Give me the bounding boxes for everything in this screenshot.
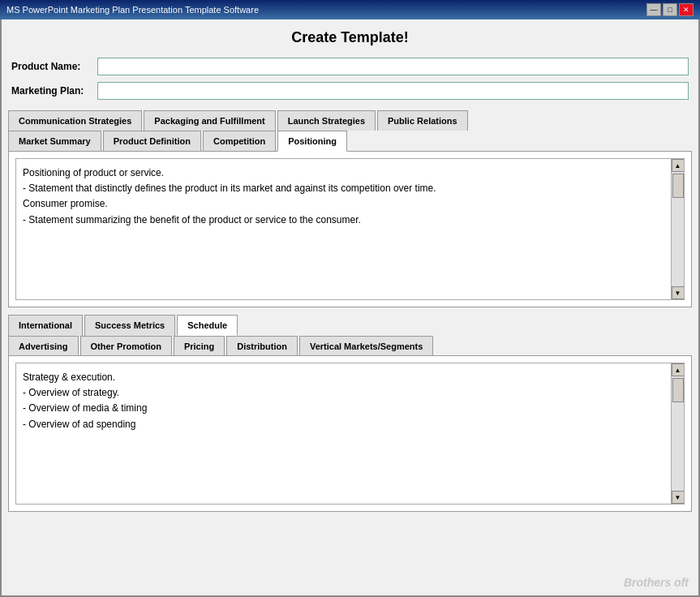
text-line-2: - Statement that distinctly defines the … [23, 181, 677, 196]
tab-pricing[interactable]: Pricing [174, 336, 225, 356]
tab-launch-strategies[interactable]: Launch Strategies [277, 110, 376, 131]
watermark: Brothers oft [624, 576, 689, 589]
bottom-text-line-2: - Overview of strategy. [23, 385, 677, 401]
tab-market-summary[interactable]: Market Summary [8, 131, 101, 152]
bottom-tabs-row2: Advertising Other Promotion Pricing Dist… [8, 335, 692, 355]
bottom-text-area: Strategy & execution. - Overview of stra… [15, 363, 685, 505]
page-title: Create Template! [2, 19, 698, 54]
text-line-1: Positioning of product or service. [23, 165, 677, 181]
top-tabs-row2: Market Summary Product Definition Compet… [8, 130, 692, 151]
main-text-content: Positioning of product or service. - Sta… [16, 159, 684, 234]
scroll-down-arrow[interactable]: ▼ [672, 286, 685, 299]
bottom-tabs-row1-container: International Success Metrics Schedule [8, 314, 692, 335]
bottom-text-line-1: Strategy & execution. [23, 370, 677, 385]
tab-communication-strategies[interactable]: Communication Strategies [8, 110, 142, 131]
bottom-scroll-down-arrow[interactable]: ▼ [672, 491, 685, 504]
tab-product-definition[interactable]: Product Definition [103, 131, 201, 152]
marketing-plan-label: Marketing Plan: [11, 85, 92, 97]
bottom-text-line-3: - Overview of media & timing [23, 401, 677, 416]
tab-international[interactable]: International [8, 315, 83, 336]
bottom-tab-content: Strategy & execution. - Overview of stra… [8, 355, 692, 512]
top-tab-content: Positioning of product or service. - Sta… [8, 151, 692, 307]
bottom-tabs-row2-container: Advertising Other Promotion Pricing Dist… [8, 335, 692, 512]
tab-competition[interactable]: Competition [203, 131, 276, 152]
text-line-3: Consumer promise. [23, 196, 677, 212]
product-name-label: Product Name: [11, 61, 92, 72]
tab-schedule[interactable]: Schedule [177, 315, 238, 336]
bottom-scroll-thumb[interactable] [672, 378, 684, 402]
title-bar: MS PowerPoint Marketing Plan Presentatio… [0, 0, 700, 19]
bottom-text-content: Strategy & execution. - Overview of stra… [16, 363, 684, 439]
top-tabs-row2-container: Market Summary Product Definition Compet… [8, 130, 692, 307]
tab-distribution[interactable]: Distribution [226, 336, 298, 356]
product-name-row: Product Name: [2, 54, 698, 79]
tab-public-relations[interactable]: Public Relations [377, 110, 468, 131]
text-line-4: - Statement summarizing the benefit of t… [23, 213, 677, 228]
tab-other-promotion[interactable]: Other Promotion [80, 336, 172, 356]
bottom-tabs-row1: International Success Metrics Schedule [8, 314, 692, 335]
bottom-text-line-4: - Overview of ad spending [23, 417, 677, 432]
bottom-scroll-up-arrow[interactable]: ▲ [672, 363, 685, 376]
main-window: Create Template! Product Name: Marketing… [0, 19, 700, 597]
main-scrollbar[interactable]: ▲ ▼ [671, 159, 684, 299]
marketing-plan-input[interactable] [97, 82, 689, 100]
title-bar-buttons: — □ ✕ [646, 3, 694, 16]
close-button[interactable]: ✕ [679, 3, 694, 16]
tab-positioning[interactable]: Positioning [277, 131, 347, 152]
tab-vertical-markets[interactable]: Vertical Markets/Segments [299, 336, 433, 356]
minimize-button[interactable]: — [646, 3, 661, 16]
bottom-scrollbar[interactable]: ▲ ▼ [671, 363, 684, 504]
tab-packaging-fulfillment[interactable]: Packaging and Fulfillment [144, 110, 275, 131]
maximize-button[interactable]: □ [663, 3, 677, 16]
scroll-up-arrow[interactable]: ▲ [672, 159, 685, 172]
tab-success-metrics[interactable]: Success Metrics [84, 315, 175, 336]
product-name-input[interactable] [97, 58, 689, 75]
scroll-thumb[interactable] [672, 174, 684, 198]
main-text-area: Positioning of product or service. - Sta… [15, 158, 685, 300]
title-bar-text: MS PowerPoint Marketing Plan Presentatio… [6, 5, 259, 15]
tab-advertising[interactable]: Advertising [8, 336, 79, 356]
marketing-plan-row: Marketing Plan: [2, 79, 698, 103]
top-tabs-row1-container: Communication Strategies Packaging and F… [8, 110, 692, 130]
top-tabs-row1: Communication Strategies Packaging and F… [8, 110, 692, 130]
